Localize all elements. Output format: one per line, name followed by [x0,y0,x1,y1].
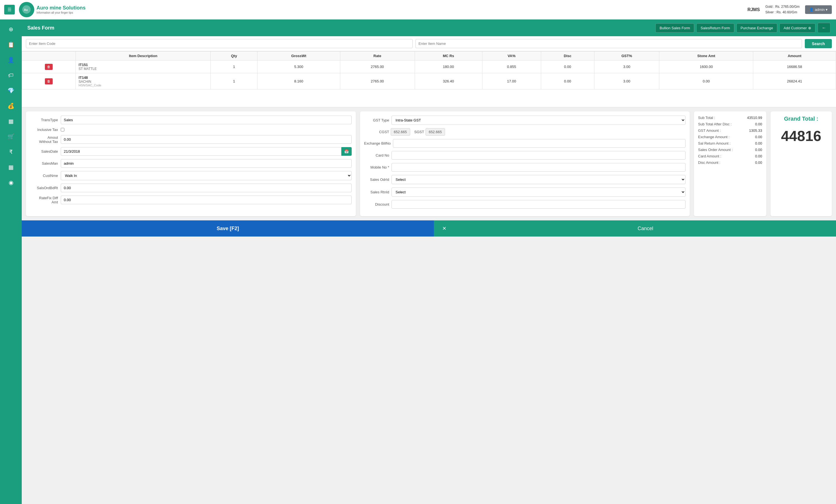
amout-input[interactable] [61,135,352,144]
col-disc: Disc [541,52,594,60]
row-disc-cell: 0.00 [541,73,594,90]
sidebar-item-grid[interactable]: ▦ [4,114,18,128]
exchange-amount-value: 0.00 [755,135,762,139]
exchange-amount-label: Exchange Amount : [698,135,729,139]
row-va-cell: 0.855 [482,60,541,73]
item-hsn: HSN/SAC_Code [79,83,208,87]
table-header-row: Item Description Qty GrossWt Rate MC Rs … [22,52,836,60]
row-rate-cell: 2765.00 [340,73,415,90]
row-va-cell: 17.00 [482,73,541,90]
sales-rtn-select[interactable]: Select [392,188,686,197]
cgst-row: CGST 652.665 SGST 652.665 [364,128,686,136]
logo-icon: Au [19,2,34,17]
x-button[interactable]: ✕ [434,220,455,236]
sal-return-row: Sal Return Amount : 0.00 [698,141,762,146]
mobile-no-row: Mobile No * [364,163,686,172]
admin-button[interactable]: 👤 admin ▾ [805,5,832,14]
row-qty-cell: 1 [211,73,258,90]
sals-ord-bd-rt-label: SalsOrdBdRt [30,186,58,190]
sales-odr-label: Sales OdrId [364,177,389,182]
sales-date-input[interactable] [61,147,341,156]
sub-total-disc-value: 0.00 [755,122,762,126]
sidebar-item-users[interactable]: 👤 [4,53,18,67]
bullion-sales-btn[interactable]: Bullion Sales Form [656,23,694,33]
add-customer-btn[interactable]: Add Customer ⊕ [779,23,815,33]
sub-total-disc-row: Sub Total After Disc : 0.00 [698,122,762,126]
salesman-input[interactable] [61,159,352,168]
sidebar-item-finance[interactable]: 💰 [4,99,18,113]
sidebar-item-table[interactable]: ▦ [4,160,18,174]
card-amount-label: Card Amount : [698,154,721,158]
sales-order-label: Sales Order Amount : [698,148,733,152]
item-name-input[interactable] [416,39,802,48]
trans-type-row: TransType [30,116,352,124]
discount-input[interactable] [392,200,686,209]
items-table-wrapper: Item Description Qty GrossWt Rate MC Rs … [22,51,836,107]
sidebar-item-tags[interactable]: 🏷 [4,68,18,82]
sidebar-item-currency[interactable]: ₹ [4,145,18,159]
exchange-bill-label: Exchange BillNo [364,141,391,146]
purchase-exchange-btn[interactable]: Purchase Exchange [737,23,777,33]
row-desc-cell: IT151 ST MATTLE [76,60,211,73]
delete-item-button[interactable]: 🗑 [45,78,53,84]
item-name: ST MATTLE [79,67,208,71]
sidebar-item-cart[interactable]: 🛒 [4,130,18,143]
discount-label: Discount [364,202,389,207]
sales-order-value: 0.00 [755,148,762,152]
salesman-label: SalesMan [30,161,58,166]
nav-right: RJMS Gold : Rs. 2765.00/Gm Silver : Rs. … [747,4,832,15]
disc-amount-row: Disc Amount : 0.00 [698,160,762,164]
sidebar-item-analytics[interactable]: ◉ [4,176,18,190]
exchange-bill-input[interactable] [393,139,685,148]
discount-row: Discount [364,200,686,209]
rate-fix-input[interactable] [61,196,352,204]
grand-total-value: 44816 [775,128,828,144]
bottom-section: TransType Inclusive Tax AmoutWithout Tax… [22,107,836,220]
item-code-input[interactable] [26,39,413,48]
mobile-no-input[interactable] [392,163,686,172]
sidebar-item-gems[interactable]: 💎 [4,83,18,98]
sidebar-item-dashboard[interactable]: ⊕ [4,22,18,36]
col-amount: Amount [753,52,836,60]
calendar-button[interactable]: 📅 [341,147,352,156]
sals-ord-bd-rt-input[interactable] [61,183,352,192]
sales-rtn-label: Sales RtnId [364,190,389,194]
app-name: Auro mine Solutions [37,5,86,11]
gst-type-select[interactable]: Intra-State GST [392,116,686,125]
hamburger-button[interactable]: ☰ [4,5,15,15]
col-va: VA% [482,52,541,60]
row-disc-cell: 0.00 [541,60,594,73]
cust-name-select[interactable]: Walk In [61,171,352,180]
amout-label: AmoutWithout Tax [30,135,58,144]
inclusive-tax-checkbox[interactable] [61,128,64,132]
cgst-label: CGST [364,130,389,134]
main-content: Sales Form Bullion Sales Form SalesRetur… [22,20,836,504]
gst-amount-label: GST Amount : [698,129,721,133]
col-action [22,52,76,60]
trans-type-input[interactable] [61,116,352,124]
sales-form-header: Sales Form Bullion Sales Form SalesRetur… [22,20,836,36]
search-button[interactable]: Search [805,39,832,48]
trans-form-panel: TransType Inclusive Tax AmoutWithout Tax… [26,112,356,216]
sales-odr-select[interactable]: Select [392,175,686,184]
cancel-button[interactable]: Cancel [455,220,836,236]
sidebar-item-reports[interactable]: 📋 [4,38,18,52]
items-scroll-area[interactable]: Item Description Qty GrossWt Rate MC Rs … [22,51,836,107]
card-amount-row: Card Amount : 0.00 [698,154,762,158]
save-button[interactable]: Save [F2] [22,220,434,236]
svg-text:Au: Au [24,8,27,12]
row-amount-cell: 26824.41 [753,73,836,90]
summary-panel: Sub Total : 43510.99 Sub Total After Dis… [694,112,766,216]
col-gst: GST% [594,52,659,60]
col-mc-rs: MC Rs [415,52,482,60]
sales-return-btn[interactable]: SalesReturn Form [697,23,734,33]
row-delete-cell: 🗑 [22,73,76,90]
back-button[interactable]: ← [818,23,831,33]
header-buttons: Bullion Sales Form SalesReturn Form Purc… [656,23,831,33]
col-item-desc: Item Description [76,52,211,60]
gst-amount-row: GST Amount : 1305.33 [698,129,762,133]
card-no-input[interactable] [392,151,686,160]
delete-item-button[interactable]: 🗑 [45,64,53,70]
cgst-value: 652.665 [391,128,410,136]
sal-return-value: 0.00 [755,141,762,146]
